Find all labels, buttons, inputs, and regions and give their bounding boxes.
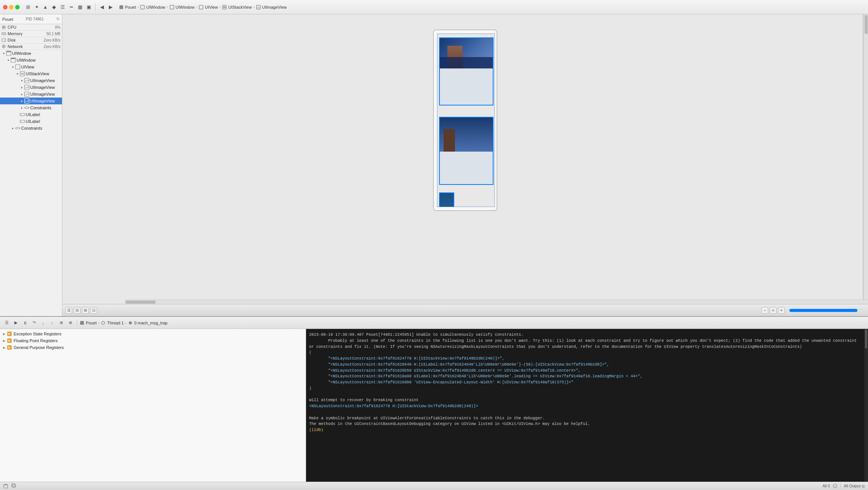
svg-rect-0: [119, 5, 123, 9]
breadcrumb-label-pouet: Pouet: [125, 5, 136, 9]
svg-rect-5: [223, 8, 226, 9]
window-controls: [3, 5, 20, 9]
toolbar-icon-6[interactable]: ━: [68, 3, 75, 11]
tree-item-uiimageview3[interactable]: ▸ UIImageView: [0, 91, 62, 98]
svg-rect-19: [11, 58, 15, 59]
debug-output-panel: 2015-08-19 17:36:09.487 Pouet[74861:2245…: [306, 329, 868, 482]
breadcrumb-uiview[interactable]: UIView: [199, 5, 218, 9]
constraints-icon-1: [24, 105, 29, 110]
breadcrumb-uistackview[interactable]: UIStackView: [222, 5, 252, 9]
tree-item-uilabel2[interactable]: ▸ L UILabel: [0, 118, 62, 125]
debug-icon-list[interactable]: ☰: [3, 319, 11, 327]
breadcrumb-uiimageview[interactable]: UIImageView: [256, 5, 287, 9]
expand-gp-icon: ▶: [3, 346, 5, 349]
tree-item-uilabel1[interactable]: ▸ L UILabel: [0, 111, 62, 118]
zoom-plus-button[interactable]: +: [778, 307, 785, 314]
debug-breadcrumb: Pouet › Thread 1 › 0 mach_msg_trap: [80, 321, 167, 325]
disk-label: Disk: [8, 38, 15, 42]
svg-rect-12: [5, 33, 5, 34]
cpu-icon: [2, 25, 6, 29]
debug-icon-step-out[interactable]: ↑: [48, 319, 56, 327]
scroll-thumb-v[interactable]: [865, 15, 868, 34]
maximize-button[interactable]: [15, 5, 20, 9]
output-scrollbar[interactable]: [864, 329, 868, 482]
debug-icon-pause[interactable]: ⏸: [21, 319, 29, 327]
disk-icon: [2, 38, 6, 42]
svg-rect-2: [170, 5, 174, 9]
gp-label: General Purpose Registers: [14, 345, 64, 350]
toolbar-icon-1[interactable]: ⊞: [24, 3, 32, 11]
debug-icon-disable[interactable]: ⊗: [67, 319, 74, 327]
tree-item-uiwindow-child[interactable]: ▾ UIWindow: [0, 57, 62, 64]
breadcrumb-uiwindow-2[interactable]: UIWindow: [170, 5, 195, 9]
debug-icon-step-into[interactable]: ↓: [39, 319, 47, 327]
toolbar-icon-5[interactable]: ☰: [59, 3, 67, 11]
uiview-icon: [199, 5, 203, 9]
tree-item-constraints1[interactable]: ▸ Constraints: [0, 104, 62, 111]
svg-rect-50: [12, 484, 15, 487]
view-icon-list[interactable]: ☰: [65, 307, 72, 314]
svg-rect-10: [3, 33, 3, 34]
toolbar-icon-7[interactable]: ▦: [76, 3, 84, 11]
output-filter-icon: i: [833, 484, 837, 489]
process-refresh-icon[interactable]: ↻: [56, 17, 60, 22]
tree-item-uiimageview1[interactable]: ▾ UIImageView: [0, 77, 62, 84]
zoom-controls: − = +: [761, 307, 785, 314]
tree-item-uiview[interactable]: ▾ UIView: [0, 64, 62, 70]
minimize-button[interactable]: [9, 5, 14, 9]
svg-text:R: R: [8, 332, 10, 336]
breadcrumb-pouet[interactable]: Pouet: [119, 5, 136, 9]
debug-item-general-purpose[interactable]: ▶ R General Purpose Registers: [0, 344, 306, 351]
tree-item-uiimageview2[interactable]: ▸ UIImageView: [0, 84, 62, 91]
view-icon-grid2[interactable]: ⊟: [74, 307, 80, 314]
toolbar-icon-8[interactable]: ▣: [85, 3, 93, 11]
zoom-equals-button[interactable]: =: [770, 307, 777, 314]
imageview-icon-3: [24, 91, 29, 97]
svg-rect-46: [4, 485, 8, 488]
tree-item-constraints2[interactable]: ▸ Constraints: [0, 125, 62, 132]
svg-rect-11: [4, 33, 5, 34]
breadcrumb-sep-4: ›: [220, 5, 221, 9]
info-icon: i: [833, 484, 837, 488]
debug-output-text: 2015-08-19 17:36:09.487 Pouet[74861:2245…: [309, 332, 862, 433]
zoom-slider[interactable]: [789, 309, 865, 312]
tree-item-uiimageview4[interactable]: ▸ UIImageView: [0, 98, 62, 104]
view-icon-table[interactable]: ⊡: [90, 307, 97, 314]
all-output-filter[interactable]: All Output ◎: [844, 484, 865, 488]
scroll-thumb-h[interactable]: [125, 301, 156, 304]
debug-icon-play[interactable]: ▶: [12, 319, 20, 327]
status-icon-1[interactable]: [3, 483, 8, 489]
imageview-icon-4: [24, 98, 29, 104]
debug-icon-step-over[interactable]: ↷: [30, 319, 38, 327]
breadcrumb-uiwindow-1[interactable]: UIWindow: [140, 5, 165, 9]
tree-item-uistackview[interactable]: ▾ UIStackView: [0, 70, 62, 77]
view-icon-grid3[interactable]: ⊞: [82, 307, 89, 314]
horizontal-scrollbar[interactable]: [125, 299, 868, 304]
debug-toolbar-sep: [77, 320, 77, 326]
debug-item-exception-state[interactable]: ▶ R Exception State Registers: [0, 330, 306, 337]
svg-text:L: L: [21, 114, 22, 116]
close-button[interactable]: [3, 5, 8, 9]
toolbar-icon-2[interactable]: ✦: [33, 3, 40, 11]
toolbar-icon-4[interactable]: ◆: [50, 3, 58, 11]
vertical-scrollbar[interactable]: [863, 14, 868, 299]
uiimageview-icon: [256, 5, 261, 9]
memory-value: 50.1 MB: [46, 32, 60, 36]
network-value: Zero KB/s: [44, 45, 60, 49]
forward-button[interactable]: ▶: [107, 3, 114, 11]
main-container: Pouet PID 74861 ↻ CPU 0% Memory 50.1 MB …: [0, 14, 868, 316]
output-scrollbar-thumb[interactable]: [865, 330, 867, 349]
svg-rect-6: [257, 5, 260, 9]
svg-rect-27: [25, 107, 29, 109]
svg-rect-34: [16, 127, 20, 129]
back-button[interactable]: ◀: [98, 3, 106, 11]
tree-item-uiwindow-root[interactable]: ▾ UIWindow: [0, 50, 62, 57]
svg-rect-17: [6, 51, 11, 52]
toolbar-icon-3[interactable]: ▲: [42, 3, 49, 11]
debug-item-floating-point[interactable]: ▶ R Floating Point Registers: [0, 337, 306, 344]
zoom-minus-button[interactable]: −: [761, 307, 768, 314]
debug-icon-add-bp[interactable]: ⊕: [57, 319, 65, 327]
svg-rect-4: [223, 5, 226, 7]
status-icon-2[interactable]: [11, 483, 17, 489]
breadcrumb-sep-3: ›: [196, 5, 197, 9]
